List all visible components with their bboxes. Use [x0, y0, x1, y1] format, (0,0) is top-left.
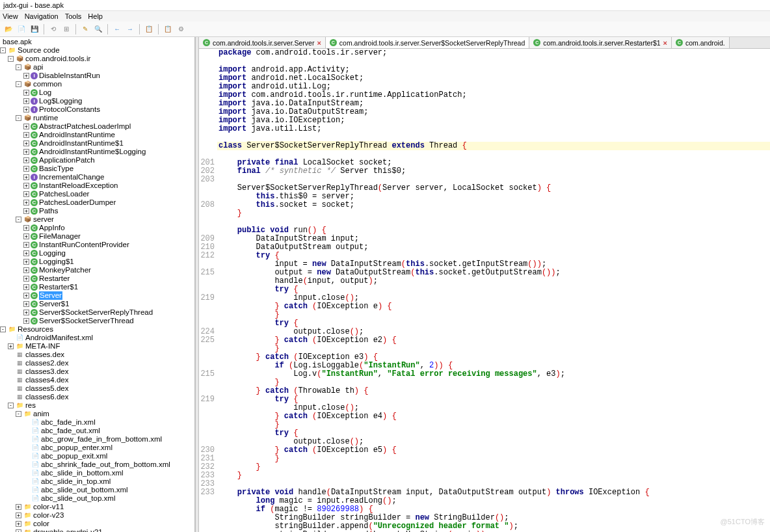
- tree-row[interactable]: +📁drawable-anydpi-v21: [0, 528, 194, 532]
- expand-icon[interactable]: +: [23, 98, 29, 104]
- forward-icon[interactable]: →: [125, 24, 135, 34]
- tree-row[interactable]: +CInstantRunContentProvider: [0, 241, 194, 249]
- expand-icon[interactable]: +: [23, 284, 29, 290]
- expand-icon[interactable]: +: [23, 132, 29, 138]
- collapse-icon[interactable]: -: [16, 64, 21, 70]
- tree-row[interactable]: ▦classes2.dex: [0, 359, 194, 367]
- back-icon[interactable]: ←: [112, 24, 122, 34]
- tree-row[interactable]: -📁anim: [0, 410, 194, 418]
- menu-help[interactable]: Help: [88, 12, 103, 20]
- menu-tools[interactable]: Tools: [65, 12, 82, 20]
- flatten-icon[interactable]: ⊞: [61, 24, 72, 34]
- tree-row[interactable]: +CLogging$1: [0, 258, 194, 266]
- expand-icon[interactable]: +: [16, 529, 21, 532]
- tree-row[interactable]: +CInstantReloadException: [0, 181, 194, 190]
- tree-row[interactable]: 📄abc_slide_out_bottom.xml: [0, 486, 194, 494]
- tree-row[interactable]: +CPatchesLoaderDumper: [0, 198, 194, 207]
- log-icon[interactable]: 📋: [163, 24, 173, 34]
- wand-icon[interactable]: ✎: [80, 24, 90, 34]
- tree-row[interactable]: 📄abc_slide_in_bottom.xml: [0, 469, 194, 477]
- tree-row[interactable]: +📁color-v11: [0, 503, 194, 511]
- collapse-icon[interactable]: -: [0, 326, 6, 332]
- tree-row[interactable]: -📦com.android.tools.ir: [0, 55, 194, 63]
- collapse-icon[interactable]: -: [16, 217, 21, 222]
- tree-row[interactable]: ▦classes5.dex: [0, 384, 194, 393]
- code-editor[interactable]: 201202203 208 209210212 215 219 224225 2…: [199, 49, 770, 532]
- tree-row[interactable]: -📁Source code: [0, 46, 194, 55]
- deobf-icon[interactable]: 📋: [144, 24, 154, 34]
- expand-icon[interactable]: +: [23, 233, 29, 239]
- tab-server[interactable]: Ccom.android.tools.ir.server.Server×: [199, 37, 326, 48]
- tree-row[interactable]: 📄abc_grow_fade_in_from_bottom.xml: [0, 435, 194, 444]
- menu-navigation[interactable]: Navigation: [25, 12, 59, 20]
- tree-row[interactable]: -📦common: [0, 80, 194, 88]
- tree-row[interactable]: 📄abc_fade_out.xml: [0, 427, 194, 435]
- expand-icon[interactable]: +: [23, 149, 29, 155]
- tree-row[interactable]: +CLogging: [0, 249, 194, 258]
- tree-row[interactable]: +CRestarter$1: [0, 283, 194, 291]
- expand-icon[interactable]: +: [23, 310, 29, 315]
- tree-row[interactable]: 📄abc_fade_in.xml: [0, 418, 194, 427]
- tree-row[interactable]: +CBasicType: [0, 165, 194, 173]
- tree-row[interactable]: -📦api: [0, 63, 194, 72]
- expand-icon[interactable]: +: [23, 208, 29, 214]
- tree-row[interactable]: -📦runtime: [0, 114, 194, 122]
- tree-row[interactable]: ▦classes4.dex: [0, 376, 194, 384]
- expand-icon[interactable]: +: [23, 276, 29, 282]
- expand-icon[interactable]: +: [23, 293, 29, 299]
- tree-row[interactable]: +CServer: [0, 291, 194, 300]
- collapse-icon[interactable]: -: [16, 81, 21, 87]
- tab-restarter1[interactable]: Ccom.android.tools.ir.server.Restarter$1…: [529, 37, 672, 48]
- expand-icon[interactable]: +: [23, 301, 29, 307]
- expand-icon[interactable]: +: [23, 166, 29, 172]
- expand-icon[interactable]: +: [16, 504, 21, 510]
- expand-icon[interactable]: +: [23, 73, 29, 79]
- tree-row[interactable]: +CAndroidInstantRuntime$1: [0, 139, 194, 148]
- tab-socketserverreplythread[interactable]: Ccom.android.tools.ir.server.Server$Sock…: [326, 37, 529, 48]
- tree-row[interactable]: +CAbstractPatchesLoaderImpl: [0, 122, 194, 131]
- tree-row[interactable]: +CServer$1: [0, 300, 194, 308]
- settings-icon[interactable]: ⚙: [176, 24, 186, 34]
- tree-row[interactable]: ▦classes6.dex: [0, 393, 194, 401]
- tree-row[interactable]: ▦classes3.dex: [0, 367, 194, 376]
- menu-view[interactable]: View: [3, 12, 18, 20]
- expand-icon[interactable]: +: [23, 191, 29, 197]
- expand-icon[interactable]: +: [23, 174, 29, 180]
- tree-row[interactable]: +CRestarter: [0, 274, 194, 283]
- tab-partial[interactable]: Ccom.android.: [672, 37, 730, 48]
- expand-icon[interactable]: +: [23, 124, 29, 129]
- tree-row[interactable]: +IProtocolConstants: [0, 105, 194, 114]
- sync-icon[interactable]: ⟲: [48, 24, 59, 34]
- open-file-icon[interactable]: 📂: [3, 24, 14, 34]
- tree-row[interactable]: 📄abc_popup_exit.xml: [0, 452, 194, 460]
- expand-icon[interactable]: +: [23, 140, 29, 146]
- tree-row[interactable]: +CAppInfo: [0, 224, 194, 232]
- tree-row[interactable]: +CPaths: [0, 207, 194, 215]
- tree-row[interactable]: -📁res: [0, 401, 194, 410]
- add-file-icon[interactable]: 📄: [16, 24, 27, 34]
- tree-row[interactable]: 📄abc_slide_out_top.xml: [0, 494, 194, 503]
- expand-icon[interactable]: +: [23, 157, 29, 163]
- tree-row[interactable]: +IIncrementalChange: [0, 173, 194, 181]
- collapse-icon[interactable]: -: [16, 115, 21, 121]
- tree-row[interactable]: +CApplicationPatch: [0, 156, 194, 165]
- project-tree[interactable]: -📁Source code-📦com.android.tools.ir-📦api…: [0, 46, 194, 532]
- tree-row[interactable]: +📁color: [0, 520, 194, 528]
- expand-icon[interactable]: +: [23, 200, 29, 206]
- close-icon[interactable]: ×: [663, 39, 667, 47]
- expand-icon[interactable]: +: [23, 250, 29, 256]
- tree-row[interactable]: +📁color-v23: [0, 511, 194, 520]
- tree-row[interactable]: -📦server: [0, 215, 194, 224]
- tree-row[interactable]: +CFileManager: [0, 232, 194, 241]
- tree-row[interactable]: 📄abc_slide_in_top.xml: [0, 477, 194, 486]
- expand-icon[interactable]: +: [23, 259, 29, 265]
- expand-icon[interactable]: +: [23, 267, 29, 273]
- sidebar[interactable]: base.apk -📁Source code-📦com.android.tool…: [0, 37, 195, 532]
- tree-row[interactable]: 📄abc_popup_enter.xml: [0, 444, 194, 452]
- expand-icon[interactable]: +: [23, 90, 29, 96]
- tree-row[interactable]: +CAndroidInstantRuntime$Logging: [0, 148, 194, 156]
- expand-icon[interactable]: +: [16, 512, 21, 518]
- expand-icon[interactable]: +: [23, 225, 29, 231]
- tree-row[interactable]: +CMonkeyPatcher: [0, 266, 194, 274]
- expand-icon[interactable]: +: [23, 242, 29, 248]
